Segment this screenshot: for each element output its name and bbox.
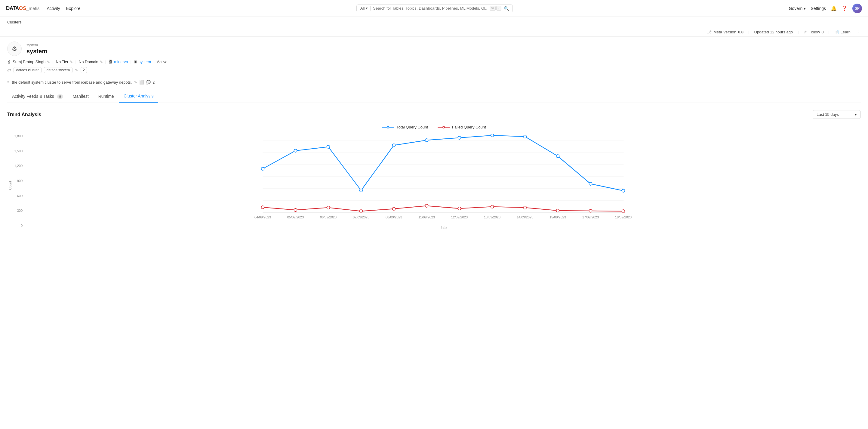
x-tick-8: 13/09/2023 (484, 215, 500, 219)
tab-cluster-analysis[interactable]: Cluster Analysis (119, 90, 158, 102)
edit-domain-icon[interactable]: ✎ (100, 60, 103, 64)
service-group-item: ⊞ system (134, 60, 151, 64)
nav-activity[interactable]: Activity (46, 6, 60, 11)
edit-tier-icon[interactable]: ✎ (70, 60, 73, 64)
service-group-icon: ⊞ (134, 60, 137, 64)
tab-manifest[interactable]: Manifest (68, 90, 94, 102)
settings-link[interactable]: Settings (811, 6, 826, 11)
failed-dot-5 (393, 207, 396, 210)
chart-wrap: Count 1,800 1,500 1,200 900 600 300 0 (7, 134, 861, 237)
legend-failed-query: Failed Query Count (438, 125, 486, 129)
x-tick-2: 05/09/2023 (287, 215, 304, 219)
entity-name: system (27, 48, 47, 55)
search-bar[interactable]: All ▾ ⌘ K 🔍 (356, 4, 513, 12)
service-icon: 🗄 (108, 60, 113, 64)
total-dot-6 (425, 139, 428, 142)
notification-icon[interactable]: 🔔 (831, 5, 837, 11)
trend-header: Trend Analysis Last 15 days ▾ (7, 110, 861, 119)
chevron-down-icon-date: ▾ (855, 112, 857, 117)
x-tick-5: 08/09/2023 (385, 215, 402, 219)
chevron-down-icon-govern: ▾ (804, 6, 806, 11)
tab-cluster-analysis-label: Cluster Analysis (124, 94, 154, 98)
cmd-key: ⌘ (490, 6, 496, 10)
meta-info-row: 🖨 Suraj Pratap Singh ✎ | No Tier ✎ | No … (7, 60, 861, 64)
chart-svg: 04/09/2023 05/09/2023 06/09/2023 07/09/2… (26, 134, 861, 237)
learn-icon: 📄 (834, 30, 839, 34)
help-icon[interactable]: ❓ (841, 5, 847, 11)
total-query-line (263, 135, 623, 191)
trend-chart: Count 1,800 1,500 1,200 900 600 300 0 (7, 134, 861, 237)
domain-value: No Domain (79, 60, 98, 64)
total-dot-4 (360, 189, 363, 192)
failed-dot-6 (425, 204, 428, 207)
description-task-icon[interactable]: ⬜ (139, 80, 144, 85)
meta-version: ⎇ Meta Version 0.8 (707, 30, 743, 34)
meta-div-2: | (75, 60, 76, 64)
x-tick-4: 07/09/2023 (353, 215, 369, 219)
description-icon: ≡ (7, 80, 10, 85)
description-chat-icon[interactable]: 💬 (146, 80, 151, 85)
failed-query-line (263, 206, 623, 211)
y-axis: 1,800 1,500 1,200 900 600 300 0 (12, 134, 26, 237)
tab-runtime[interactable]: Runtime (94, 90, 119, 102)
meta-div-4: | (130, 60, 131, 64)
failed-dot-2 (294, 209, 297, 212)
follow-button[interactable]: ☆ Follow 0 (804, 30, 824, 34)
total-dot-9 (524, 135, 527, 138)
service-group-name[interactable]: system (138, 60, 151, 64)
nav-explore[interactable]: Explore (66, 6, 80, 11)
follow-label: Follow (809, 30, 820, 34)
total-dot-2 (294, 149, 297, 152)
search-icon[interactable]: 🔍 (504, 6, 509, 11)
logo-os: OS (19, 5, 27, 11)
search-keyboard-shortcut: ⌘ K (490, 6, 501, 10)
tab-activity-feeds[interactable]: Activity Feeds & Tasks 9 (7, 90, 68, 102)
service-item: 🗄 minerva (108, 60, 128, 64)
meta-bar: ⎇ Meta Version 0.8 | Updated 12 hours ag… (0, 27, 868, 37)
chevron-down-icon: ▾ (366, 6, 368, 10)
description-chat-count: 2 (153, 80, 155, 85)
learn-button[interactable]: 📄 Learn (834, 30, 850, 34)
edit-description-icon[interactable]: ✎ (134, 80, 137, 85)
entity-title-text: system system (27, 43, 47, 55)
separator-2: | (798, 30, 799, 34)
tag-chip-0[interactable]: dataos.cluster (13, 67, 41, 73)
failed-dot-7 (458, 207, 461, 210)
edit-tags-icon[interactable]: ✎ (75, 68, 78, 72)
owner-name: Suraj Pratap Singh (12, 60, 45, 64)
edit-owner-icon[interactable]: ✎ (47, 60, 50, 64)
govern-button[interactable]: Govern ▾ (788, 6, 806, 11)
total-dot-12 (622, 189, 625, 192)
meta-updated: Updated 12 hours ago (754, 30, 793, 34)
header-nav: Activity Explore (46, 6, 80, 11)
star-icon: ☆ (804, 30, 807, 34)
domain-item: No Domain ✎ (79, 60, 103, 64)
more-options-button[interactable]: ⋮ (856, 29, 861, 35)
failed-dot-10 (556, 209, 559, 212)
date-range-select[interactable]: Last 15 days ▾ (813, 110, 861, 119)
x-tick-3: 06/09/2023 (320, 215, 337, 219)
x-axis-label: date (440, 226, 447, 230)
owner-item: 🖨 Suraj Pratap Singh ✎ (7, 60, 50, 64)
tab-runtime-label: Runtime (98, 94, 114, 99)
description-actions: ✎ ⬜ 💬 2 (134, 80, 155, 85)
meta-div-1: | (52, 60, 53, 64)
x-tick-11: 17/09/2023 (582, 215, 599, 219)
search-input[interactable] (373, 6, 487, 10)
y-tick-1500: 1,500 (14, 149, 23, 153)
x-tick-10: 15/09/2023 (550, 215, 566, 219)
tag-count-button[interactable]: 2 (81, 67, 87, 73)
search-filter-dropdown[interactable]: All ▾ (360, 6, 371, 10)
y-tick-600: 600 (17, 194, 23, 198)
tag-icon: 🏷 (7, 68, 11, 72)
failed-dot-3 (327, 206, 330, 209)
logo[interactable]: DATAOS_metis (6, 5, 39, 11)
tab-activity-label: Activity Feeds & Tasks (12, 94, 54, 99)
description-row: ≡ the default system cluster to serve fr… (7, 77, 861, 88)
service-name[interactable]: minerva (114, 60, 128, 64)
tag-chip-1[interactable]: dataos.system (44, 67, 72, 73)
avatar[interactable]: SP (852, 4, 862, 13)
date-range-label: Last 15 days (816, 112, 839, 117)
breadcrumb-clusters[interactable]: Clusters (7, 20, 22, 24)
x-tick-1: 04/09/2023 (254, 215, 271, 219)
